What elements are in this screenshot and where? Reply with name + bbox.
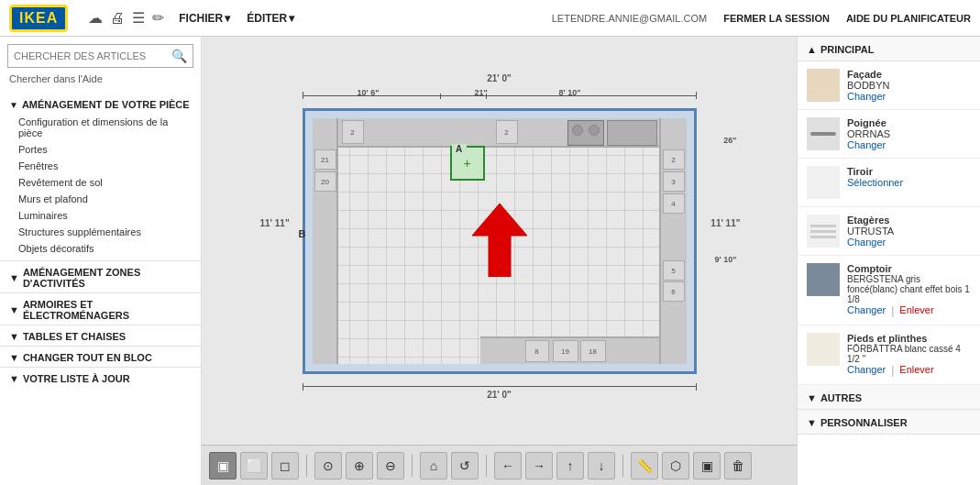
tool-up[interactable]: ↑ — [556, 452, 584, 479]
tool-zoom-in[interactable]: ⊕ — [346, 452, 373, 479]
personnaliser-title[interactable]: ▼ PERSONNALISER — [798, 410, 980, 435]
tool-undo[interactable]: ↺ — [451, 452, 479, 479]
facade-name: Façade — [847, 69, 971, 80]
sep2: | — [891, 364, 894, 377]
autres-title[interactable]: ▼ AUTRES — [798, 385, 980, 410]
separator-2 — [412, 455, 413, 477]
floor-plan[interactable]: + 21 20 2 3 4 5 6 2 2 8 1 — [303, 108, 697, 374]
tool-down[interactable]: ↓ — [588, 452, 615, 479]
comptoir-info: Comptoir BERGSTENA gris foncé(blanc) cha… — [847, 263, 971, 317]
item-pieds: Pieds et plinthes FÖRBÄTTRA blanc cassé … — [798, 325, 980, 385]
tiroir-thumb — [807, 166, 840, 199]
sidebar-item-murs[interactable]: Murs et plafond — [0, 191, 201, 207]
svg-marker-0 — [472, 204, 527, 277]
dim-left: 11' 11" — [260, 218, 290, 228]
cloud-icon[interactable]: ☁ — [88, 9, 103, 27]
pieds-detail: FÖRBÄTTRA blanc cassé 4 1/2 " — [847, 344, 971, 364]
tool-2d[interactable]: ⬜ — [240, 452, 268, 479]
label-b: B — [299, 228, 306, 239]
section-title-liste[interactable]: ▼ VOTRE LISTE À JOUR — [0, 367, 201, 388]
aide-link[interactable]: AIDE DU PLANIFICATEUR — [846, 13, 971, 24]
comptoir-detail: BERGSTENA gris foncé(blanc) chant effet … — [847, 274, 971, 304]
chevron-principal: ▲ — [807, 44, 817, 55]
tiroir-info: Tiroir Sélectionner — [847, 166, 971, 188]
sidebar-section-amenagement: ▼ AMÉNAGEMENT DE VOTRE PIÈCE Configurati… — [0, 90, 201, 260]
tool-3d[interactable]: ◻ — [271, 452, 299, 479]
search-bar[interactable]: 🔍 — [7, 44, 193, 68]
etageres-changer[interactable]: Changer — [847, 237, 971, 248]
section-title-armoires[interactable]: ▼ ARMOIRES ET ÉLECTROMÉNAGERS — [0, 292, 201, 325]
pieds-links: Changer | Enlever — [847, 364, 971, 377]
principal-title[interactable]: ▲ PRINCIPAL — [798, 37, 980, 61]
tool-select[interactable]: ▣ — [209, 452, 237, 479]
section-title-zones[interactable]: ▼ AMÉNAGEMENT ZONES D'ACTIVITÉS — [0, 260, 201, 292]
search-icon[interactable]: 🔍 — [171, 49, 187, 63]
tool-left[interactable]: ← — [494, 452, 522, 479]
sidebar-item-portes[interactable]: Portes — [0, 141, 201, 158]
dim-right-top: 26" — [723, 136, 736, 145]
tool-home[interactable]: ⌂ — [420, 452, 447, 479]
pieds-enlever[interactable]: Enlever — [899, 364, 933, 377]
sidebar-item-objets[interactable]: Objets décoratifs — [0, 240, 201, 257]
tool-zoom-fit[interactable]: ⊙ — [314, 452, 342, 479]
item-comptoir: Comptoir BERGSTENA gris foncé(blanc) cha… — [798, 256, 980, 325]
pieds-name: Pieds et plinthes — [847, 333, 971, 344]
separator-1 — [306, 455, 307, 477]
personnaliser-label: PERSONNALISER — [820, 417, 908, 428]
section-label-liste: VOTRE LISTE À JOUR — [23, 373, 130, 384]
help-link[interactable]: Chercher dans l'Aide — [0, 72, 201, 90]
canvas-area[interactable]: 21' 0" 10' 6" 21" 8' 10" 11' 11" 11' 11"… — [202, 37, 797, 445]
etageres-info: Etagères UTRUSTA Changer — [847, 215, 971, 248]
tiroir-selectionner[interactable]: Sélectionner — [847, 177, 971, 188]
etageres-name: Etagères — [847, 215, 971, 226]
ikea-logo: IKEA — [9, 5, 68, 32]
section-label-zones: AMÉNAGEMENT ZONES D'ACTIVITÉS — [23, 267, 192, 289]
edit-icon[interactable]: ✏ — [152, 9, 164, 27]
chevron-icon-6: ▼ — [9, 373, 19, 384]
separator-3 — [486, 455, 487, 477]
tool-right[interactable]: → — [525, 452, 553, 479]
separator-4 — [622, 455, 623, 477]
comptoir-name: Comptoir — [847, 263, 971, 274]
list-icon[interactable]: ☰ — [132, 9, 145, 27]
section-label-tables: TABLES ET CHAISES — [23, 331, 126, 342]
chevron-autres: ▼ — [807, 392, 817, 403]
section-title-changer[interactable]: ▼ CHANGER TOUT EN BLOC — [0, 346, 201, 367]
top-right: LETENDRE.ANNIE@GMAIL.COM FERMER LA SESSI… — [552, 13, 971, 24]
sidebar-item-fenetres[interactable]: Fenêtres — [0, 158, 201, 174]
item-etageres: Etagères UTRUSTA Changer — [798, 207, 980, 256]
red-arrow — [472, 204, 527, 280]
fermer-session-link[interactable]: FERMER LA SESSION — [723, 13, 830, 24]
print-icon[interactable]: 🖨 — [110, 10, 125, 27]
comptoir-enlever[interactable]: Enlever — [899, 304, 933, 317]
section-title-amenagement[interactable]: ▼ AMÉNAGEMENT DE VOTRE PIÈCE — [0, 94, 201, 114]
sidebar-item-luminaires[interactable]: Luminaires — [0, 207, 201, 224]
poignee-changer[interactable]: Changer — [847, 139, 971, 150]
pieds-thumb — [807, 333, 840, 366]
tool-rotate[interactable]: ⬡ — [662, 452, 689, 479]
section-label-amenagement: AMÉNAGEMENT DE VOTRE PIÈCE — [22, 99, 190, 110]
tool-delete[interactable]: 🗑 — [724, 452, 752, 479]
facade-changer[interactable]: Changer — [847, 91, 971, 102]
item-facade: Façade BODBYN Changer — [798, 61, 980, 110]
menu-editer[interactable]: ÉDITER▾ — [247, 12, 294, 25]
poignee-thumb — [807, 117, 840, 150]
bottom-toolbar: ▣ ⬜ ◻ ⊙ ⊕ ⊖ ⌂ ↺ ← → ↑ ↓ 📏 ⬡ ▣ 🗑 — [202, 445, 797, 485]
sidebar-item-structures[interactable]: Structures supplémentaires — [0, 224, 201, 240]
sidebar-item-revetement[interactable]: Revêtement de sol — [0, 174, 201, 191]
tool-zoom-out[interactable]: ⊖ — [377, 452, 404, 479]
comptoir-changer[interactable]: Changer — [847, 304, 886, 317]
right-panel: ▲ PRINCIPAL Façade BODBYN Changer Poigné… — [797, 37, 980, 485]
search-input[interactable] — [14, 50, 171, 61]
left-sidebar: 🔍 Chercher dans l'Aide ▼ AMÉNAGEMENT DE … — [0, 37, 202, 485]
comptoir-thumb — [807, 263, 840, 296]
center-canvas: 21' 0" 10' 6" 21" 8' 10" 11' 11" 11' 11"… — [202, 37, 797, 485]
tool-measure[interactable]: 📏 — [631, 452, 658, 479]
tool-copy[interactable]: ▣ — [693, 452, 721, 479]
pieds-changer[interactable]: Changer — [847, 364, 886, 377]
section-title-tables[interactable]: ▼ TABLES ET CHAISES — [0, 325, 201, 346]
menu-fichier[interactable]: FICHIER▾ — [179, 12, 230, 25]
etageres-thumb — [807, 215, 840, 248]
top-bar: IKEA ☁ 🖨 ☰ ✏ FICHIER▾ ÉDITER▾ LETENDRE.A… — [0, 0, 980, 37]
sidebar-item-config[interactable]: Configuration et dimensions de la pièce — [0, 114, 201, 141]
